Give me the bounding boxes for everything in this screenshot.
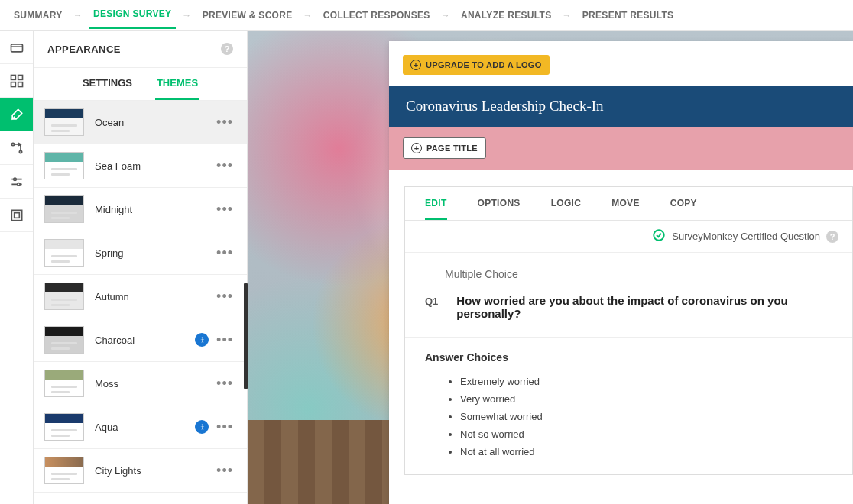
- check-icon: [652, 228, 666, 244]
- theme-item[interactable]: Aqua•••: [34, 405, 247, 449]
- theme-item[interactable]: Midnight•••: [34, 188, 247, 231]
- nav-step[interactable]: COLLECT RESPONSES: [319, 2, 435, 28]
- question-tab[interactable]: COPY: [670, 198, 697, 220]
- svg-rect-0: [11, 44, 22, 51]
- theme-thumb: [44, 413, 84, 441]
- certified-label: SurveyMonkey Certified Question: [672, 231, 820, 242]
- panel-title: APPEARANCE: [47, 44, 121, 55]
- theme-item[interactable]: Ocean•••: [34, 101, 247, 144]
- theme-name: Autumn: [95, 291, 213, 302]
- more-icon[interactable]: •••: [213, 463, 236, 479]
- left-rail: [0, 31, 34, 504]
- accessibility-icon: [195, 333, 209, 347]
- theme-item[interactable]: Sea Foam•••: [34, 144, 247, 188]
- svg-point-7: [13, 178, 15, 180]
- theme-thumb: [44, 283, 84, 310]
- svg-point-12: [201, 424, 203, 425]
- theme-thumb: [44, 195, 84, 223]
- theme-item[interactable]: Charcoal•••: [34, 318, 247, 362]
- rail-bank-icon[interactable]: [0, 31, 33, 64]
- theme-name: Midnight: [95, 204, 213, 215]
- help-icon[interactable]: ?: [826, 231, 838, 243]
- page-title-label: PAGE TITLE: [426, 144, 478, 153]
- more-icon[interactable]: •••: [213, 245, 236, 261]
- theme-name: Ocean: [95, 117, 213, 128]
- nav-step[interactable]: PRESENT RESULTS: [578, 2, 679, 28]
- page-title-button[interactable]: +PAGE TITLE: [403, 137, 486, 159]
- answer-choice[interactable]: Not so worried: [460, 425, 832, 443]
- theme-thumb: [44, 326, 84, 354]
- certified-row: SurveyMonkey Certified Question ?: [405, 221, 852, 253]
- svg-point-11: [201, 337, 203, 338]
- svg-point-8: [17, 183, 19, 185]
- theme-thumb: [44, 152, 84, 179]
- rail-logic-icon[interactable]: [0, 131, 33, 165]
- theme-name: Spring: [95, 247, 213, 259]
- more-icon[interactable]: •••: [213, 289, 236, 305]
- more-icon[interactable]: •••: [213, 115, 236, 131]
- arrow-icon: →: [441, 10, 450, 21]
- rail-build-icon[interactable]: [0, 64, 33, 98]
- rail-format-icon[interactable]: [0, 199, 33, 232]
- theme-item[interactable]: Spring•••: [34, 231, 247, 275]
- theme-name: Moss: [95, 378, 213, 389]
- theme-list: Ocean•••Sea Foam•••Midnight•••Spring•••A…: [34, 101, 247, 504]
- accessibility-icon: [195, 420, 209, 434]
- question-tabs: EDITOPTIONSLOGICMOVECOPY: [405, 187, 852, 221]
- question-text[interactable]: How worried are you about the impact of …: [456, 294, 832, 320]
- svg-rect-4: [18, 82, 22, 86]
- more-icon[interactable]: •••: [213, 202, 236, 218]
- theme-name: Sea Foam: [95, 160, 213, 172]
- more-icon[interactable]: •••: [213, 376, 236, 392]
- arrow-icon: →: [73, 10, 83, 21]
- rail-options-icon[interactable]: [0, 165, 33, 199]
- answer-choice[interactable]: Very worried: [460, 390, 832, 408]
- survey-page: +UPGRADE TO ADD A LOGO Coronavirus Leade…: [389, 41, 853, 504]
- top-nav: SUMMARY→DESIGN SURVEY→PREVIEW & SCORE→CO…: [0, 0, 853, 31]
- survey-title[interactable]: Coronavirus Leadership Check-In: [389, 86, 853, 127]
- preview-canvas: +UPGRADE TO ADD A LOGO Coronavirus Leade…: [248, 31, 853, 504]
- svg-rect-10: [14, 212, 19, 218]
- question-tab[interactable]: EDIT: [425, 198, 447, 220]
- question-number: Q1: [425, 296, 438, 307]
- svg-rect-1: [11, 75, 15, 79]
- question-type[interactable]: Multiple Choice: [445, 268, 832, 280]
- theme-thumb: [44, 370, 84, 397]
- theme-item[interactable]: Moss•••: [34, 362, 247, 405]
- appearance-panel: APPEARANCE ? SETTINGSTHEMES Ocean•••Sea …: [34, 31, 248, 504]
- rail-style-icon[interactable]: [0, 98, 33, 131]
- theme-name: Charcoal: [95, 334, 195, 346]
- theme-thumb: [44, 457, 84, 484]
- nav-step[interactable]: DESIGN SURVEY: [89, 1, 176, 29]
- nav-step[interactable]: SUMMARY: [9, 2, 67, 28]
- theme-item[interactable]: City Lights•••: [34, 449, 247, 493]
- help-icon[interactable]: ?: [221, 43, 233, 55]
- answer-choice[interactable]: Somewhat worried: [460, 408, 832, 425]
- more-icon[interactable]: •••: [213, 419, 236, 435]
- panel-tab[interactable]: SETTINGS: [81, 68, 134, 100]
- svg-rect-9: [11, 210, 21, 220]
- theme-thumb: [44, 239, 84, 267]
- arrow-icon: →: [562, 10, 571, 21]
- answer-choice[interactable]: Extremely worried: [460, 373, 832, 390]
- question-tab[interactable]: LOGIC: [551, 198, 582, 220]
- nav-step[interactable]: ANALYZE RESULTS: [456, 2, 556, 28]
- upgrade-logo-button[interactable]: +UPGRADE TO ADD A LOGO: [403, 55, 550, 75]
- question-tab[interactable]: OPTIONS: [478, 198, 521, 220]
- question-card: EDITOPTIONSLOGICMOVECOPY SurveyMonkey Ce…: [404, 186, 853, 475]
- panel-subtabs: SETTINGSTHEMES: [34, 68, 247, 101]
- more-icon[interactable]: •••: [213, 158, 236, 174]
- answer-choice[interactable]: Not at all worried: [460, 443, 832, 460]
- svg-rect-2: [18, 75, 22, 79]
- question-tab[interactable]: MOVE: [611, 198, 640, 220]
- answer-heading: Answer Choices: [425, 351, 832, 363]
- panel-tab[interactable]: THEMES: [155, 68, 199, 100]
- answer-list: Extremely worriedVery worriedSomewhat wo…: [460, 373, 832, 460]
- more-icon[interactable]: •••: [213, 332, 236, 348]
- nav-step[interactable]: PREVIEW & SCORE: [198, 2, 297, 28]
- plus-icon: +: [410, 60, 421, 70]
- answer-section: Answer Choices Extremely worriedVery wor…: [405, 337, 852, 474]
- svg-rect-3: [11, 82, 15, 86]
- theme-name: Aqua: [95, 422, 195, 433]
- theme-item[interactable]: Autumn•••: [34, 275, 247, 318]
